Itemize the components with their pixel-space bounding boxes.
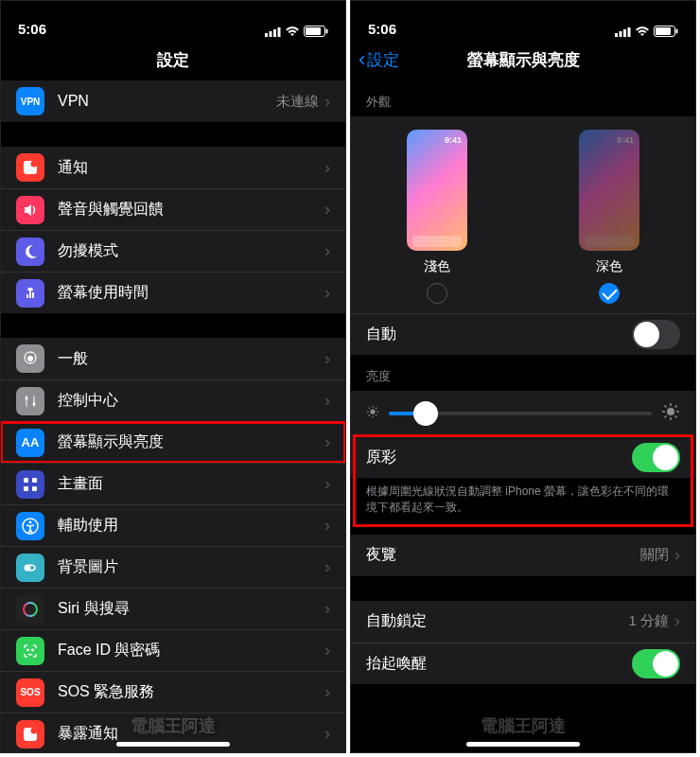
row-label: SOS 緊急服務	[58, 682, 324, 702]
row-label: Siri 與搜尋	[58, 599, 324, 619]
settings-row-sound[interactable]: 聲音與觸覺回饋›	[1, 188, 345, 230]
back-button[interactable]: ‹ 設定	[359, 47, 399, 72]
settings-row-home[interactable]: 主畫面›	[1, 463, 345, 504]
row-label: 主畫面	[58, 474, 324, 494]
row-label: 控制中心	[58, 391, 324, 411]
settings-row-siri[interactable]: Siri 與搜尋›	[1, 588, 345, 629]
truetone-row[interactable]: 原彩	[351, 436, 695, 478]
sound-icon	[16, 196, 44, 224]
chevron-right-icon: ›	[324, 349, 330, 369]
chevron-right-icon: ›	[324, 158, 330, 178]
settings-row-wallpaper[interactable]: 背景圖片›	[1, 546, 345, 588]
chevron-right-icon: ›	[674, 611, 680, 631]
screentime-icon	[16, 279, 44, 308]
raise-to-wake-row[interactable]: 抬起喚醒	[351, 643, 695, 684]
settings-root-screen: 5:06 設定 VPNVPN未連線›通知›聲音與觸覺回饋›勿擾模式›螢幕使用時間…	[0, 0, 346, 753]
settings-row-control[interactable]: 控制中心›	[1, 379, 345, 421]
siri-icon	[16, 595, 44, 624]
watermark: 電腦王阿達	[481, 714, 566, 737]
row-label: 勿擾模式	[58, 241, 324, 261]
svg-point-33	[370, 409, 375, 414]
nightshift-detail: 關閉	[640, 546, 669, 564]
autolock-detail: 1 分鐘	[628, 612, 669, 630]
appearance-header: 外觀	[351, 80, 695, 116]
status-bar: 5:06	[351, 1, 695, 39]
svg-rect-16	[24, 486, 28, 491]
autolock-row[interactable]: 自動鎖定 1 分鐘 ›	[351, 601, 695, 643]
settings-row-vpn[interactable]: VPNVPN未連線›	[1, 80, 345, 122]
vpn-icon: VPN	[16, 87, 44, 115]
settings-row-dnd[interactable]: 勿擾模式›	[1, 230, 345, 272]
svg-line-49	[665, 416, 667, 418]
chevron-right-icon: ›	[324, 432, 330, 452]
settings-row-notify[interactable]: 暴露通知›	[1, 713, 345, 753]
dark-radio[interactable]	[599, 283, 620, 304]
access-icon	[16, 512, 44, 540]
nightshift-row[interactable]: 夜覽 關閉 ›	[351, 535, 695, 576]
svg-line-47	[665, 406, 667, 408]
settings-row-general[interactable]: 一般›	[1, 338, 345, 379]
svg-point-42	[667, 408, 674, 415]
chevron-right-icon: ›	[324, 682, 330, 702]
settings-row-faceid[interactable]: Face ID 與密碼›	[1, 629, 345, 671]
chevron-right-icon: ›	[324, 474, 330, 494]
home-indicator[interactable]	[116, 742, 230, 747]
truetone-toggle[interactable]	[632, 443, 680, 472]
svg-point-22	[27, 649, 28, 650]
light-radio[interactable]	[427, 283, 447, 304]
raise-label: 抬起喚醒	[366, 654, 632, 674]
chevron-right-icon: ›	[324, 200, 330, 220]
status-time: 5:06	[368, 21, 396, 37]
svg-rect-1	[270, 31, 272, 37]
home-icon	[16, 470, 44, 499]
settings-list[interactable]: VPNVPN未連線›通知›聲音與觸覺回饋›勿擾模式›螢幕使用時間›一般›控制中心…	[1, 80, 345, 753]
brightness-slider-row	[351, 391, 695, 436]
svg-point-23	[32, 649, 33, 650]
chevron-right-icon: ›	[324, 241, 330, 261]
home-indicator[interactable]	[466, 742, 580, 747]
dark-label: 深色	[579, 258, 639, 275]
svg-rect-2	[273, 29, 276, 37]
svg-line-50	[675, 406, 677, 408]
brightness-header: 亮度	[351, 355, 695, 391]
svg-rect-28	[623, 29, 626, 37]
svg-rect-26	[615, 33, 618, 37]
settings-row-display[interactable]: AA螢幕顯示與亮度›	[1, 421, 345, 463]
brightness-slider[interactable]	[389, 412, 652, 415]
row-label: 螢幕顯示與亮度	[58, 432, 324, 452]
svg-rect-14	[24, 478, 28, 483]
svg-point-21	[24, 603, 37, 616]
cellular-icon	[615, 26, 631, 37]
appearance-dark-option[interactable]: 9:41 深色	[579, 130, 639, 304]
row-detail: 未連線	[276, 93, 319, 111]
svg-rect-15	[32, 478, 37, 483]
status-time: 5:06	[18, 21, 46, 37]
auto-appearance-row[interactable]: 自動	[351, 313, 695, 355]
row-label: 聲音與觸覺回饋	[58, 200, 324, 220]
nav-title: 設定	[157, 49, 189, 71]
auto-toggle[interactable]	[632, 320, 680, 349]
notify-icon	[16, 153, 44, 182]
settings-row-access[interactable]: 輔助使用›	[1, 504, 345, 546]
chevron-right-icon: ›	[674, 545, 680, 565]
svg-rect-0	[265, 33, 268, 37]
row-label: Face ID 與密碼	[58, 641, 324, 660]
raise-toggle[interactable]	[632, 649, 680, 678]
status-bar: 5:06	[1, 1, 345, 39]
dark-thumbnail: 9:41	[579, 130, 639, 251]
notify-icon	[16, 720, 44, 748]
settings-row-notify[interactable]: 通知›	[1, 147, 345, 188]
appearance-light-option[interactable]: 9:41 淺色	[407, 130, 467, 304]
settings-row-screentime[interactable]: 螢幕使用時間›	[1, 272, 345, 313]
svg-point-8	[31, 161, 38, 167]
nav-title: 螢幕顯示與亮度	[467, 49, 580, 71]
light-label: 淺色	[407, 258, 467, 275]
general-icon	[16, 344, 44, 373]
row-label: 一般	[58, 349, 324, 369]
faceid-icon	[16, 637, 44, 665]
settings-row-sos[interactable]: SOSSOS 緊急服務›	[1, 671, 345, 713]
status-indicators	[615, 26, 678, 37]
chevron-left-icon: ‹	[359, 47, 365, 72]
svg-point-19	[29, 520, 32, 523]
svg-rect-17	[32, 486, 37, 491]
